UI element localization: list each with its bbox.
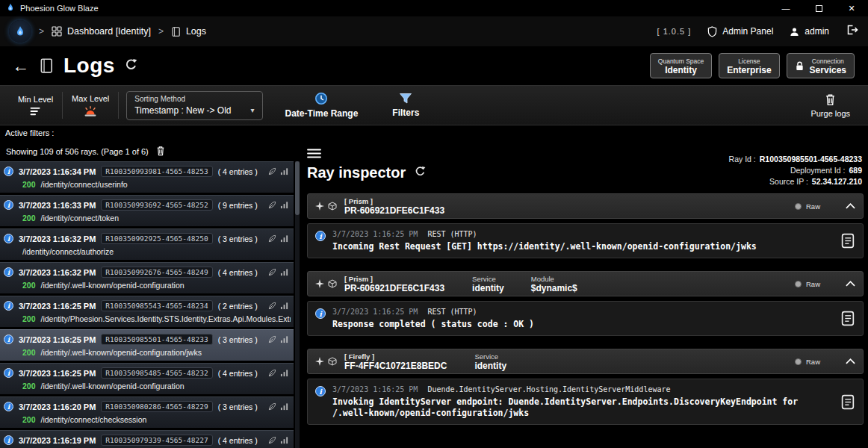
request-path: /identity/connect/checksession (41, 415, 147, 424)
breadcrumb-dashboard[interactable]: Dashboard [Identity] (52, 26, 151, 37)
feather-icon[interactable] (268, 402, 276, 411)
lock-icon (795, 60, 805, 72)
ray-list-row[interactable]: i 3/7/2023 1:16:20 PM R100350980286-4565… (0, 396, 294, 428)
ray-list-row[interactable]: i 3/7/2023 1:16:25 PM R100350985501-4565… (0, 329, 294, 361)
datetime-range-label: Date-Time Range (285, 108, 359, 119)
ray-list-summary-text: Showing 109 of 506 rays. (Page 1 of 6) (6, 147, 149, 156)
logout-button[interactable] (846, 24, 859, 39)
ray-id-pill: R100350993692-4565-48252 (101, 199, 212, 211)
ray-id-pill: R100350985485-4565-48232 (101, 367, 212, 379)
info-icon: i (4, 402, 13, 411)
ray-id-line: Ray Id : R100350985501-4565-48233 (729, 154, 862, 165)
ray-list-row[interactable]: i 3/7/2023 1:16:34 PM R100350993981-4565… (0, 161, 294, 193)
ray-list-row[interactable]: i 3/7/2023 1:16:25 PM R100350985485-4565… (0, 363, 294, 394)
entry-message: Incoming Rest Request [GET] https://iden… (332, 241, 834, 252)
raw-toggle[interactable] (795, 281, 802, 287)
feather-icon[interactable] (268, 436, 276, 444)
info-icon: i (4, 200, 13, 210)
signal-icon[interactable] (280, 302, 288, 310)
purge-logs-button[interactable]: Purge logs (802, 93, 859, 118)
quantum-space-badge[interactable]: Quantum Space Identity (650, 53, 712, 78)
request-path: /identity/connect/authorize (22, 247, 114, 256)
feather-icon[interactable] (268, 302, 276, 310)
row-detail: 200 /identity/connect/token (22, 214, 291, 223)
minimize-button[interactable]: — (769, 0, 802, 16)
row-timestamp: 3/7/2023 1:16:33 PM (19, 201, 96, 210)
cube-icon (328, 357, 337, 366)
feather-icon[interactable] (268, 201, 276, 209)
inspector-refresh-button[interactable] (415, 166, 426, 180)
view-document-button[interactable] (841, 394, 855, 410)
collapse-button[interactable] (846, 281, 855, 287)
max-level-button[interactable]: Max Level (63, 94, 118, 117)
view-document-button[interactable] (841, 311, 855, 326)
card-header[interactable]: [ Firefly ] FF-4FF4C10721E8BEDC Service … (307, 349, 864, 374)
signal-icon[interactable] (280, 167, 288, 175)
inspector-title: Ray inspector (307, 164, 406, 181)
back-button[interactable]: ← (12, 57, 29, 75)
clear-rays-button[interactable] (156, 146, 165, 158)
sorting-method-value: Timestamp : New -> Old (134, 105, 231, 116)
signal-icon[interactable] (280, 335, 288, 343)
signal-icon[interactable] (280, 436, 288, 444)
ray-list-row[interactable]: i 3/7/2023 1:16:32 PM R100350992676-4565… (0, 262, 294, 293)
card-header[interactable]: [ Prism ] PR-606921DFE6C1F433 Service id… (307, 271, 864, 296)
source-ip-value: 52.34.127.210 (812, 176, 862, 187)
license-badge[interactable]: License Enterprise (719, 53, 779, 78)
signal-icon[interactable] (280, 268, 288, 276)
signal-icon[interactable] (280, 234, 288, 243)
badge-value: Identity (665, 66, 697, 75)
breadcrumb-logs[interactable]: Logs (171, 26, 206, 37)
view-document-button[interactable] (841, 233, 855, 249)
ray-list-row[interactable]: i 3/7/2023 1:16:19 PM R100350979339-4565… (0, 430, 294, 448)
request-path: /identity/.well-known/openid-configurati… (41, 281, 185, 290)
row-timestamp: 3/7/2023 1:16:25 PM (19, 302, 96, 311)
card-field: Service identity (474, 352, 506, 370)
ray-list-row[interactable]: i 3/7/2023 1:16:32 PM R100350992925-4565… (0, 228, 294, 260)
ray-list-row[interactable]: i 3/7/2023 1:16:33 PM R100350993692-4565… (0, 195, 294, 226)
info-icon: i (315, 386, 326, 396)
collapse-button[interactable] (846, 358, 855, 364)
refresh-icon (415, 166, 426, 177)
user-button[interactable]: admin (790, 26, 829, 37)
app-logo[interactable] (9, 20, 31, 43)
row-timestamp: 3/7/2023 1:16:25 PM (19, 369, 96, 378)
signal-icon[interactable] (280, 402, 288, 411)
min-level-button[interactable]: Min Level (9, 95, 62, 116)
card-source-icons (315, 357, 337, 366)
close-button[interactable]: ✕ (835, 0, 868, 16)
request-path: /identity/connect/token (41, 214, 119, 223)
feather-icon[interactable] (268, 167, 276, 175)
datetime-range-button[interactable]: Date-Time Range (276, 92, 368, 119)
sorting-method-dropdown[interactable]: Sorting Method Timestamp : New -> Old ▾ (126, 91, 262, 120)
window-controls: — ✕ (769, 0, 868, 16)
filters-button[interactable]: Filters (383, 93, 428, 118)
request-path: /identity/Phoesion.Services.Identity.STS… (41, 314, 291, 323)
card-header-actions: Raw (795, 280, 855, 288)
feather-icon[interactable] (268, 335, 276, 343)
clock-icon (314, 92, 328, 105)
signal-icon[interactable] (280, 369, 288, 377)
raw-toggle[interactable] (795, 203, 802, 210)
card-fields: Service identity Module $dynamic$ (472, 275, 577, 293)
feather-icon[interactable] (268, 369, 276, 377)
header-badges: Quantum Space Identity License Enterpris… (650, 53, 856, 78)
connection-services-badge[interactable]: Connection Services (787, 53, 855, 78)
signal-icon[interactable] (280, 201, 288, 209)
field-value: identity (472, 284, 504, 293)
row-actions (268, 302, 291, 310)
row-actions (268, 201, 291, 209)
card-header[interactable]: [ Prism ] PR-606921DFE6C1F433 Raw (307, 193, 864, 219)
raw-toggle[interactable] (795, 358, 802, 365)
entry-category: REST (HTTP) (427, 307, 477, 317)
dashboard-icon (52, 26, 62, 37)
maximize-button[interactable] (802, 0, 835, 16)
collapse-button[interactable] (846, 203, 855, 209)
ray-id-pill: R100350992925-4565-48250 (101, 233, 212, 244)
feather-icon[interactable] (268, 268, 276, 276)
ray-list-row[interactable]: i 3/7/2023 1:16:25 PM R100350985543-4565… (0, 296, 294, 327)
chevron-up-icon (846, 203, 855, 209)
refresh-button[interactable] (125, 58, 137, 74)
feather-icon[interactable] (268, 234, 276, 243)
admin-panel-button[interactable]: Admin Panel (707, 26, 773, 37)
